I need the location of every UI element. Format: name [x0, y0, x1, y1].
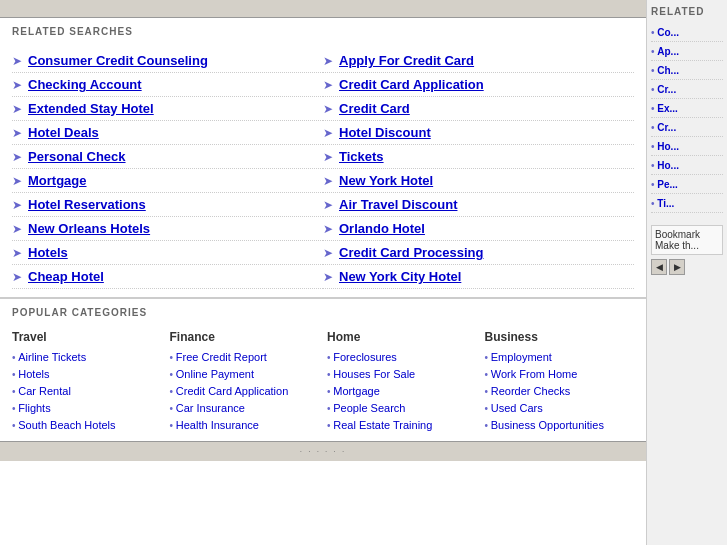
sidebar-link[interactable]: Ex... [657, 103, 678, 114]
page-wrapper: RELATED SEARCHES ➤ Consumer Credit Couns… [0, 0, 727, 545]
category-link[interactable]: Employment [491, 351, 552, 363]
search-link[interactable]: Hotel Discount [339, 125, 431, 140]
sidebar-link[interactable]: Cr... [657, 122, 676, 133]
arrow-icon: ➤ [323, 198, 333, 212]
category-link[interactable]: Used Cars [491, 402, 543, 414]
category-link[interactable]: Car Rental [18, 385, 71, 397]
sidebar-link[interactable]: Ap... [657, 46, 679, 57]
category-link[interactable]: Free Credit Report [176, 351, 267, 363]
category-link[interactable]: Reorder Checks [491, 385, 570, 397]
list-item: ➤ Cheap Hotel [12, 265, 323, 289]
arrow-icon: ➤ [12, 174, 22, 188]
main-content: RELATED SEARCHES ➤ Consumer Credit Couns… [0, 0, 647, 545]
list-item: Cr... [651, 80, 723, 99]
sidebar-link[interactable]: Ti... [657, 198, 674, 209]
search-link[interactable]: Hotel Deals [28, 125, 99, 140]
sidebar-right-label: RELATED [651, 6, 723, 17]
sidebar-right: RELATED Co... Ap... Ch... Cr... Ex... Cr… [647, 0, 727, 545]
search-link[interactable]: Mortgage [28, 173, 87, 188]
popular-categories-section: POPULAR CATEGORIES Travel Airline Ticket… [0, 299, 646, 441]
make-text: Make th... [655, 240, 699, 251]
arrow-icon: ➤ [323, 150, 333, 164]
category-link[interactable]: Health Insurance [176, 419, 259, 431]
search-link[interactable]: Orlando Hotel [339, 221, 425, 236]
list-item: ➤ Checking Account [12, 73, 323, 97]
arrow-icon: ➤ [12, 126, 22, 140]
sidebar-link[interactable]: Cr... [657, 84, 676, 95]
search-link[interactable]: Extended Stay Hotel [28, 101, 154, 116]
category-link[interactable]: Car Insurance [176, 402, 245, 414]
arrow-icon: ➤ [12, 222, 22, 236]
search-link[interactable]: Hotels [28, 245, 68, 260]
bottom-bar: · · · · · · [0, 441, 646, 461]
search-link[interactable]: Cheap Hotel [28, 269, 104, 284]
list-item: Credit Card Application [170, 382, 320, 399]
arrow-icon: ➤ [12, 78, 22, 92]
search-link[interactable]: Credit Card Application [339, 77, 484, 92]
list-item: Foreclosures [327, 348, 477, 365]
category-link[interactable]: People Search [333, 402, 405, 414]
arrow-icon: ➤ [12, 198, 22, 212]
category-link[interactable]: Credit Card Application [176, 385, 289, 397]
category-link[interactable]: Airline Tickets [18, 351, 86, 363]
list-item: ➤ New York City Hotel [323, 265, 634, 289]
list-item: People Search [327, 399, 477, 416]
sidebar-link[interactable]: Co... [657, 27, 679, 38]
search-link[interactable]: Credit Card Processing [339, 245, 484, 260]
category-link[interactable]: South Beach Hotels [18, 419, 115, 431]
search-link[interactable]: Consumer Credit Counseling [28, 53, 208, 68]
list-item: Used Cars [485, 399, 635, 416]
category-link[interactable]: Hotels [18, 368, 49, 380]
search-link[interactable]: Credit Card [339, 101, 410, 116]
scrollbar-dots: · · · · · · [300, 447, 346, 456]
list-item: Ti... [651, 194, 723, 213]
search-link[interactable]: New York Hotel [339, 173, 433, 188]
list-item: Co... [651, 23, 723, 42]
sidebar-link[interactable]: Ho... [657, 141, 679, 152]
category-link[interactable]: Foreclosures [333, 351, 397, 363]
list-item: ➤ Mortgage [12, 169, 323, 193]
list-item: ➤ Tickets [323, 145, 634, 169]
list-item: Health Insurance [170, 416, 320, 433]
scroll-left-button[interactable]: ◀ [651, 259, 667, 275]
search-link[interactable]: New Orleans Hotels [28, 221, 150, 236]
sidebar-link[interactable]: Ho... [657, 160, 679, 171]
list-item: Car Insurance [170, 399, 320, 416]
list-item: Houses For Sale [327, 365, 477, 382]
search-link[interactable]: New York City Hotel [339, 269, 461, 284]
search-link[interactable]: Tickets [339, 149, 384, 164]
category-link[interactable]: Work From Home [491, 368, 578, 380]
arrow-icon: ➤ [12, 270, 22, 284]
arrow-icon: ➤ [323, 126, 333, 140]
list-item: South Beach Hotels [12, 416, 162, 433]
sidebar-link[interactable]: Pe... [657, 179, 678, 190]
list-item: Pe... [651, 175, 723, 194]
category-link[interactable]: Online Payment [176, 368, 254, 380]
category-link[interactable]: Flights [18, 402, 50, 414]
list-item: Hotels [12, 365, 162, 382]
category-link[interactable]: Business Opportunities [491, 419, 604, 431]
search-link[interactable]: Air Travel Discount [339, 197, 457, 212]
list-item: Online Payment [170, 365, 320, 382]
related-searches-label: RELATED SEARCHES [12, 26, 634, 41]
search-links-col2: ➤ Apply For Credit Card ➤ Credit Card Ap… [323, 49, 634, 289]
category-business: Business Employment Work From Home Reord… [485, 330, 635, 433]
search-link[interactable]: Personal Check [28, 149, 126, 164]
arrow-icon: ➤ [12, 54, 22, 68]
category-link[interactable]: Houses For Sale [333, 368, 415, 380]
search-link[interactable]: Hotel Reservations [28, 197, 146, 212]
category-list-home: Foreclosures Houses For Sale Mortgage Pe… [327, 348, 477, 433]
search-link[interactable]: Checking Account [28, 77, 142, 92]
list-item: Employment [485, 348, 635, 365]
sidebar-links-list: Co... Ap... Ch... Cr... Ex... Cr... Ho..… [651, 23, 723, 213]
list-item: ➤ Extended Stay Hotel [12, 97, 323, 121]
search-link[interactable]: Apply For Credit Card [339, 53, 474, 68]
category-link[interactable]: Mortgage [333, 385, 379, 397]
sidebar-link[interactable]: Ch... [657, 65, 679, 76]
category-link[interactable]: Real Estate Training [333, 419, 432, 431]
scroll-right-button[interactable]: ▶ [669, 259, 685, 275]
arrow-icon: ➤ [12, 102, 22, 116]
nav-arrows: ◀ ▶ [651, 259, 723, 275]
sidebar-right-bottom: Bookmark Make th... [651, 225, 723, 255]
arrow-icon: ➤ [323, 270, 333, 284]
